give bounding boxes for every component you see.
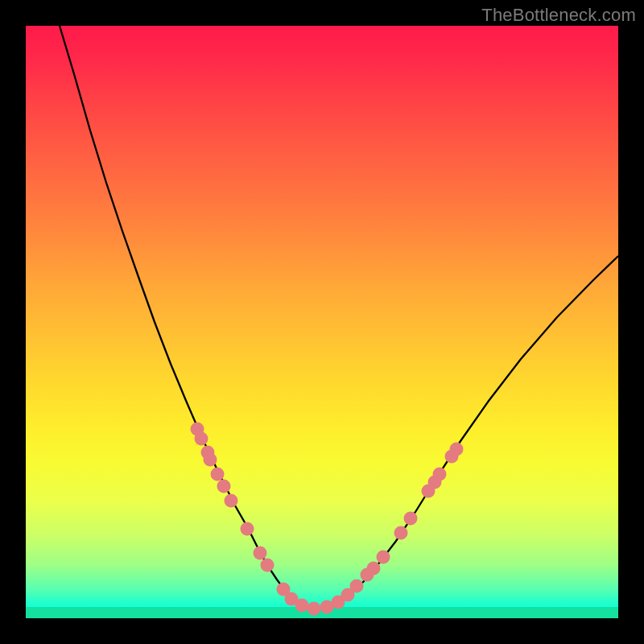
curve-left-curve <box>60 26 316 609</box>
curve-right-curve <box>316 256 618 609</box>
data-marker <box>433 468 447 481</box>
data-marker <box>254 547 267 560</box>
plot-area <box>26 26 618 618</box>
data-marker <box>367 562 381 576</box>
data-marker <box>261 559 275 572</box>
chart-frame: TheBottleneck.com <box>0 0 644 644</box>
curve-group <box>60 26 618 609</box>
data-marker <box>241 522 254 536</box>
data-marker <box>404 512 418 526</box>
data-marker <box>450 443 464 456</box>
watermark-text: TheBottleneck.com <box>481 5 636 26</box>
data-marker <box>225 494 238 508</box>
curve-layer <box>26 26 618 618</box>
data-marker <box>377 551 390 564</box>
data-marker <box>295 599 309 613</box>
data-marker <box>350 580 364 593</box>
data-marker <box>308 602 321 616</box>
data-marker <box>211 468 225 481</box>
marker-group <box>191 423 464 616</box>
data-marker <box>217 480 231 493</box>
data-marker <box>195 432 208 446</box>
data-marker <box>394 526 408 540</box>
data-marker <box>204 453 217 467</box>
